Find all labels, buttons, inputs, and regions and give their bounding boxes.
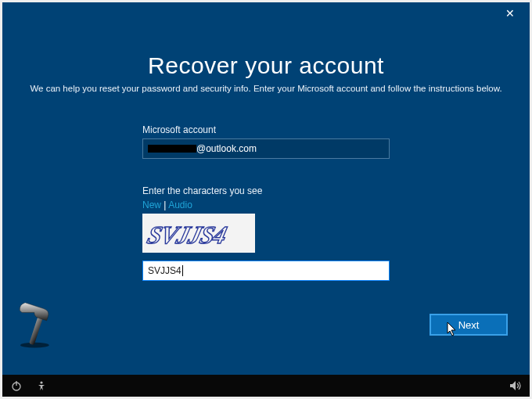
next-button[interactable]: Next (430, 314, 508, 336)
screen: ✕ Recover your account We can help you r… (2, 2, 530, 397)
page-subtitle: We can help you reset your password and … (2, 84, 530, 93)
close-icon: ✕ (505, 7, 515, 20)
captcha-image: SVJJS4 (142, 214, 255, 253)
next-button-label: Next (458, 319, 480, 331)
account-email-suffix: @outlook.com (196, 143, 257, 154)
close-button[interactable]: ✕ (498, 2, 522, 24)
svg-text:SVJJS4: SVJJS4 (145, 221, 230, 248)
svg-point-1 (20, 343, 49, 348)
svg-point-5 (40, 381, 42, 383)
form: Microsoft account @outlook.com Enter the… (142, 124, 390, 281)
captcha-link-sep: | (161, 200, 168, 210)
ease-of-access-icon[interactable] (35, 379, 48, 392)
page-title: Recover your account (2, 52, 530, 79)
svg-rect-2 (29, 316, 43, 345)
account-label: Microsoft account (142, 124, 390, 135)
captcha-input[interactable]: SVJJS4 (142, 261, 390, 281)
main: Recover your account We can help you res… (2, 24, 530, 281)
text-caret (182, 265, 183, 276)
captcha-audio-link[interactable]: Audio (168, 200, 192, 210)
bottom-bar (2, 375, 530, 397)
captcha-svg: SVJJS4 (142, 214, 255, 253)
volume-icon[interactable] (509, 379, 522, 392)
captcha-new-link[interactable]: New (142, 200, 161, 210)
captcha-links: New | Audio (142, 200, 390, 210)
account-input[interactable]: @outlook.com (142, 138, 390, 159)
power-icon[interactable] (10, 379, 23, 392)
redacted-text (148, 145, 196, 153)
titlebar: ✕ (2, 2, 530, 24)
captcha-input-value: SVJJS4 (148, 265, 182, 276)
captcha-label: Enter the characters you see (142, 185, 390, 196)
hammer-icon (16, 303, 56, 350)
content-area: ✕ Recover your account We can help you r… (2, 2, 530, 375)
